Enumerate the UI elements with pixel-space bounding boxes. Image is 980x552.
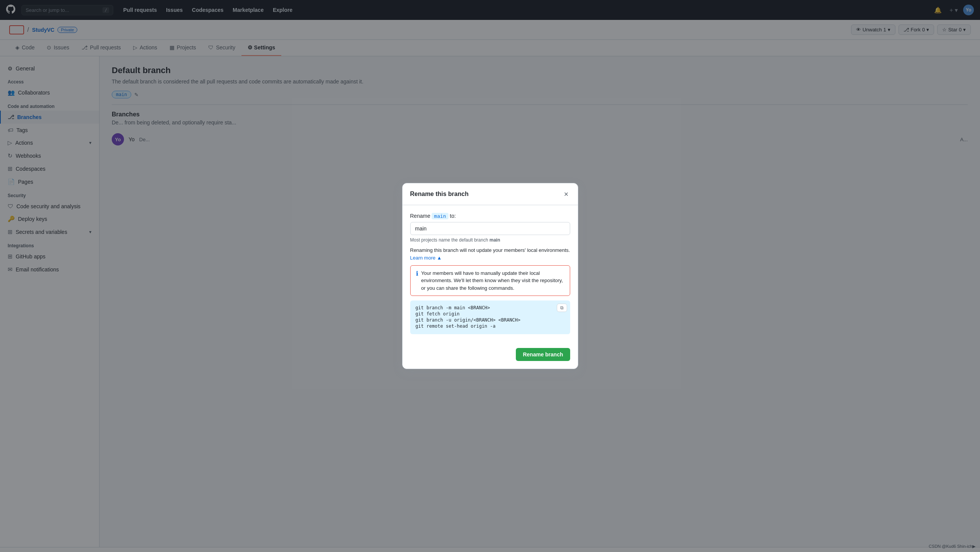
modal-body: Rename main to: Most projects name the d… (403, 205, 578, 348)
current-branch-name: main (432, 213, 448, 219)
modal-warning-box: ℹ Your members will have to manually upd… (410, 265, 570, 296)
new-branch-name-input[interactable] (410, 222, 570, 235)
branch-name-hint: Most projects name the default branch ma… (410, 237, 570, 243)
info-icon: ℹ (416, 270, 418, 277)
warning-text: Your members will have to manually updat… (421, 269, 564, 292)
modal-header: Rename this branch × (403, 183, 578, 205)
modal-footer: Rename branch (403, 348, 578, 369)
modal-info-text: Renaming this branch will not update you… (410, 247, 570, 253)
git-commands-block: ⧉ git branch -m main <BRANCH> git fetch … (410, 300, 570, 334)
rename-label-row: Rename main to: (410, 213, 570, 219)
modal-title: Rename this branch (410, 191, 469, 198)
modal-overlay[interactable]: Rename this branch × Rename main to: Mos… (0, 0, 980, 552)
git-command-4: git remote set-head origin -a (416, 323, 565, 329)
modal-close-button[interactable]: × (563, 189, 570, 199)
git-command-3: git branch -u origin/<BRANCH> <BRANCH> (416, 317, 565, 323)
git-command-1: git branch -m main <BRANCH> (416, 305, 565, 310)
copy-commands-button[interactable]: ⧉ (557, 304, 567, 312)
learn-more-link[interactable]: Learn more ▲ (410, 255, 442, 261)
rename-branch-button[interactable]: Rename branch (516, 348, 570, 361)
git-command-2: git fetch origin (416, 311, 565, 317)
rename-branch-modal: Rename this branch × Rename main to: Mos… (402, 183, 578, 369)
